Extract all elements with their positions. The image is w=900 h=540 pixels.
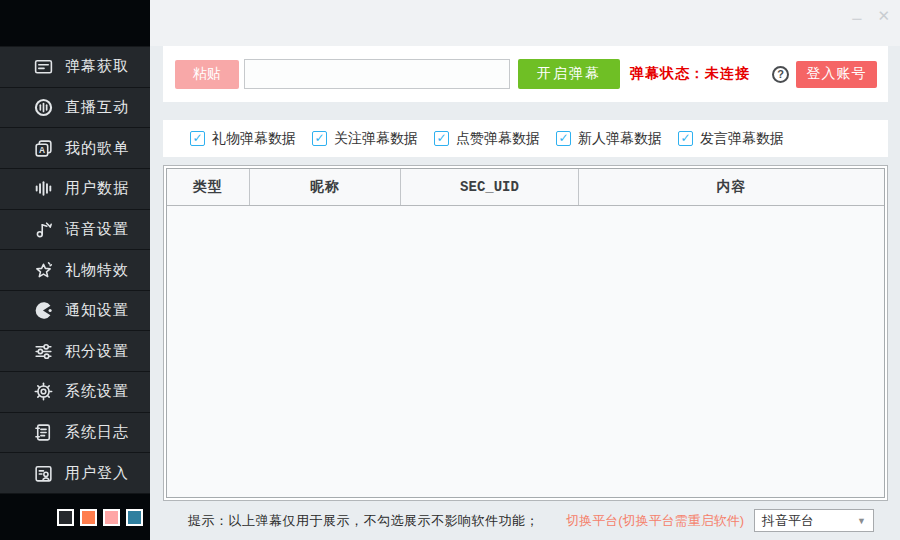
sidebar-item-label: 弹幕获取 [65, 57, 129, 76]
column-header-type: 类型 [167, 169, 250, 205]
danmaku-status: 弹幕状态：未连接 [630, 65, 750, 83]
status-value: 未连接 [705, 65, 750, 81]
sidebar-item-label: 系统设置 [65, 382, 129, 401]
filter-newuser-danmaku[interactable]: 新人弹幕数据 [556, 130, 661, 148]
start-danmaku-button[interactable]: 开启弹幕 [518, 59, 620, 89]
checkbox-checked-icon[interactable] [434, 131, 449, 146]
platform-select-value: 抖音平台 [762, 512, 857, 530]
live-interaction-icon [33, 97, 54, 118]
column-header-sec-uid: SEC_UID [401, 169, 579, 205]
sidebar-item-label: 语音设置 [65, 220, 129, 239]
sidebar-item-system-settings[interactable]: 系统设置 [0, 372, 150, 413]
danmaku-table: 类型 昵称 SEC_UID 内容 [166, 168, 885, 498]
filter-label: 点赞弹幕数据 [456, 130, 540, 148]
footer-bar: 提示：以上弹幕仅用于展示，不勾选展示不影响软件功能； 切换平台(切换平台需重启软… [163, 501, 888, 540]
sidebar-item-points-settings[interactable]: 积分设置 [0, 331, 150, 372]
filter-label: 新人弹幕数据 [578, 130, 662, 148]
filter-label: 礼物弹幕数据 [212, 130, 296, 148]
sidebar: 弹幕获取 直播互动 A 我的歌单 [0, 0, 150, 540]
filter-label: 关注弹幕数据 [334, 130, 418, 148]
sidebar-logo-area [0, 0, 150, 46]
titlebar [150, 0, 900, 46]
theme-swatch-pink[interactable] [103, 509, 120, 526]
close-button[interactable]: ✕ [877, 8, 890, 23]
status-label: 弹幕状态： [630, 65, 705, 81]
table-body-empty [167, 206, 884, 497]
sidebar-item-danmaku-fetch[interactable]: 弹幕获取 [0, 47, 150, 88]
sidebar-item-label: 我的歌单 [65, 139, 129, 158]
theme-swatch-dark[interactable] [57, 509, 74, 526]
danmaku-list-icon [33, 56, 54, 77]
sidebar-item-notification-settings[interactable]: 通知设置 [0, 291, 150, 332]
sidebar-item-user-login[interactable]: 用户登入 [0, 453, 150, 494]
system-log-icon [33, 422, 54, 443]
sidebar-item-system-log[interactable]: 系统日志 [0, 413, 150, 454]
sidebar-menu: 弹幕获取 直播互动 A 我的歌单 [0, 46, 150, 494]
platform-select[interactable]: 抖音平台 ▼ [754, 509, 874, 532]
sidebar-item-live-interaction[interactable]: 直播互动 [0, 88, 150, 129]
filter-follow-danmaku[interactable]: 关注弹幕数据 [312, 130, 417, 148]
filter-gift-danmaku[interactable]: 礼物弹幕数据 [190, 130, 295, 148]
checkbox-checked-icon[interactable] [556, 131, 571, 146]
switch-platform-label: 切换平台(切换平台需重启软件) [566, 512, 744, 530]
main-area: ─ ✕ 粘贴 开启弹幕 弹幕状态：未连接 ? 登入账号 礼物弹幕数据 [150, 0, 900, 540]
checkbox-checked-icon[interactable] [312, 131, 327, 146]
checkbox-checked-icon[interactable] [678, 131, 693, 146]
playlist-icon: A [33, 138, 54, 159]
sidebar-item-label: 礼物特效 [65, 261, 129, 280]
points-sliders-icon [33, 341, 54, 362]
sidebar-item-label: 通知设置 [65, 301, 129, 320]
sidebar-item-label: 直播互动 [65, 98, 129, 117]
sidebar-item-my-playlist[interactable]: A 我的歌单 [0, 128, 150, 169]
filter-like-danmaku[interactable]: 点赞弹幕数据 [434, 130, 539, 148]
paste-button[interactable]: 粘贴 [175, 60, 239, 89]
column-header-content: 内容 [579, 169, 884, 205]
filter-chat-danmaku[interactable]: 发言弹幕数据 [678, 130, 783, 148]
filter-label: 发言弹幕数据 [700, 130, 784, 148]
help-icon[interactable]: ? [772, 66, 789, 83]
column-header-nickname: 昵称 [250, 169, 401, 205]
chevron-down-icon: ▼ [857, 516, 866, 526]
sidebar-item-user-data[interactable]: 用户数据 [0, 169, 150, 210]
minimize-button[interactable]: ─ [852, 6, 861, 25]
sidebar-item-voice-settings[interactable]: 语音设置 [0, 210, 150, 251]
login-account-button[interactable]: 登入账号 [796, 61, 877, 88]
user-data-bars-icon [33, 178, 54, 199]
user-login-icon [33, 463, 54, 484]
room-url-input[interactable] [244, 59, 510, 89]
footer-tip-text: 提示：以上弹幕仅用于展示，不勾选展示不影响软件功能； [188, 512, 566, 530]
svg-text:A: A [39, 145, 45, 155]
theme-swatch-teal[interactable] [126, 509, 143, 526]
gear-icon [33, 381, 54, 402]
sidebar-item-label: 用户登入 [65, 464, 129, 483]
sidebar-item-label: 积分设置 [65, 342, 129, 361]
sidebar-item-label: 系统日志 [65, 423, 129, 442]
notification-pacman-icon [33, 300, 54, 321]
theme-swatch-bar [0, 494, 150, 540]
content: 粘贴 开启弹幕 弹幕状态：未连接 ? 登入账号 礼物弹幕数据 关注弹幕数据 [150, 46, 900, 540]
danmaku-table-panel: 类型 昵称 SEC_UID 内容 [163, 165, 888, 501]
sidebar-item-label: 用户数据 [65, 179, 129, 198]
gift-star-icon [33, 260, 54, 281]
danmaku-filter-bar: 礼物弹幕数据 关注弹幕数据 点赞弹幕数据 新人弹幕数据 发言弹幕数据 [163, 120, 888, 157]
theme-swatch-orange[interactable] [80, 509, 97, 526]
app-window: 弹幕获取 直播互动 A 我的歌单 [0, 0, 900, 540]
checkbox-checked-icon[interactable] [190, 131, 205, 146]
connection-toolbar: 粘贴 开启弹幕 弹幕状态：未连接 ? 登入账号 [163, 46, 888, 102]
window-controls: ─ ✕ [852, 6, 890, 25]
voice-note-icon [33, 219, 54, 240]
sidebar-item-gift-effects[interactable]: 礼物特效 [0, 250, 150, 291]
table-header-row: 类型 昵称 SEC_UID 内容 [167, 169, 884, 206]
